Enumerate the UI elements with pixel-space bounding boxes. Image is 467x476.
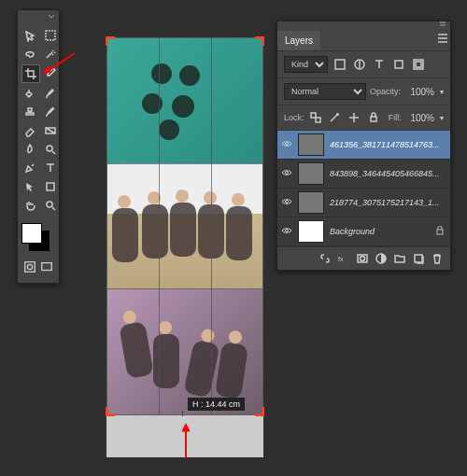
gradient-tool[interactable]: [42, 122, 59, 139]
collapse-icon: [439, 21, 446, 29]
new-layer-icon[interactable]: [411, 252, 426, 265]
annotation-arrow-up: [179, 422, 192, 459]
layers-tab[interactable]: Layers: [277, 31, 320, 50]
dodge-tool[interactable]: [42, 141, 59, 158]
opacity-value[interactable]: 100%: [404, 87, 434, 97]
svg-point-4: [47, 202, 52, 207]
lock-pixels-icon[interactable]: [327, 110, 343, 125]
quickmask-toggle[interactable]: [21, 259, 38, 275]
svg-marker-9: [43, 66, 50, 74]
svg-rect-19: [371, 117, 376, 121]
layer-name: 843898_346445405466845...: [330, 169, 446, 178]
layer-fx-icon[interactable]: fx: [336, 252, 351, 265]
layer-mask-icon[interactable]: [355, 252, 370, 265]
blend-mode-select[interactable]: Normal: [284, 83, 366, 100]
visibility-toggle-icon[interactable]: [281, 138, 294, 151]
crop-tool[interactable]: [21, 64, 40, 83]
svg-rect-12: [335, 60, 345, 69]
collapse-icon: [48, 14, 55, 21]
layer-group-icon[interactable]: [392, 252, 407, 265]
blur-tool[interactable]: [21, 141, 38, 158]
layer-name: 218774_307517521714­3_1...: [330, 198, 446, 207]
svg-point-2: [47, 146, 52, 151]
layer-row[interactable]: 461356_381711478514763...: [277, 131, 450, 160]
layer-thumbnail[interactable]: [298, 133, 324, 156]
hand-tool[interactable]: [21, 197, 38, 214]
document-canvas[interactable]: H : 14.44 cm ↕: [106, 37, 263, 457]
layer-name: Background: [330, 227, 435, 236]
screenmode-toggle[interactable]: [38, 259, 55, 275]
lock-icon: [435, 226, 446, 237]
visibility-toggle-icon[interactable]: [281, 225, 294, 238]
filter-type-icon[interactable]: [371, 57, 387, 72]
filter-adjust-icon[interactable]: [351, 57, 367, 72]
lock-all-icon[interactable]: [365, 110, 381, 125]
layer-row[interactable]: 218774_307517521714­3_1...: [277, 189, 450, 217]
eraser-tool[interactable]: [21, 122, 38, 139]
svg-rect-18: [316, 118, 320, 122]
svg-point-6: [27, 264, 32, 269]
crop-handle-bl[interactable]: [106, 405, 117, 416]
brush-tool[interactable]: [42, 85, 59, 102]
crop-handle-tr[interactable]: [253, 36, 264, 48]
svg-point-20: [286, 143, 289, 146]
zoom-tool[interactable]: [42, 197, 59, 214]
annotation-arrow-crop: [41, 51, 77, 76]
svg-point-21: [286, 172, 289, 175]
crop-overlay[interactable]: [106, 37, 263, 415]
delete-layer-icon[interactable]: [430, 252, 445, 265]
svg-rect-14: [395, 61, 403, 68]
layer-thumbnail[interactable]: [298, 191, 324, 214]
history-brush-tool[interactable]: [42, 104, 59, 120]
filter-pixel-icon[interactable]: [332, 57, 347, 72]
svg-line-8: [47, 53, 75, 72]
svg-point-22: [286, 201, 289, 203]
svg-rect-16: [416, 62, 421, 67]
svg-rect-29: [415, 255, 422, 262]
healing-tool[interactable]: [21, 85, 38, 102]
svg-point-27: [361, 257, 365, 261]
lock-label: Lock:: [284, 113, 304, 122]
foreground-color[interactable]: [21, 223, 42, 244]
link-layers-icon[interactable]: [318, 252, 333, 265]
lock-position-icon[interactable]: [347, 110, 362, 125]
svg-rect-7: [42, 263, 52, 271]
lock-transparent-icon[interactable]: [308, 110, 324, 125]
layer-list: 461356_381711478514763...843898_34644540…: [277, 131, 450, 246]
crop-handle-tl[interactable]: [106, 36, 117, 48]
adjustment-layer-icon[interactable]: [374, 252, 389, 265]
visibility-toggle-icon[interactable]: [281, 167, 294, 180]
shape-tool[interactable]: [42, 178, 59, 195]
stamp-tool[interactable]: [21, 104, 38, 120]
layer-row[interactable]: 843898_346445405466845...: [277, 160, 450, 189]
filter-smart-icon[interactable]: [410, 57, 426, 72]
layer-name: 461356_381711478514763...: [330, 140, 446, 149]
svg-rect-0: [46, 31, 55, 40]
toolbox-header[interactable]: [18, 14, 59, 23]
lasso-tool[interactable]: [21, 46, 38, 63]
crop-handle-br[interactable]: [253, 405, 264, 416]
layer-filter-select[interactable]: Kind: [284, 56, 328, 73]
type-tool[interactable]: [42, 160, 59, 176]
path-select-tool[interactable]: [21, 178, 38, 195]
svg-point-23: [286, 230, 289, 232]
layer-row[interactable]: Background: [277, 217, 450, 246]
layers-panel: Layers Kind Normal Opacity: 100%▾ Lock: …: [276, 21, 451, 271]
filter-shape-icon[interactable]: [390, 57, 406, 72]
fill-value[interactable]: 100%: [405, 113, 434, 123]
marquee-tool[interactable]: [42, 27, 59, 44]
visibility-toggle-icon[interactable]: [281, 196, 294, 209]
svg-rect-5: [25, 262, 35, 273]
layers-footer: fx: [277, 246, 450, 270]
move-tool[interactable]: [21, 27, 38, 44]
crop-dimension-tooltip: H : 14.44 cm: [188, 398, 245, 411]
layer-thumbnail[interactable]: [298, 162, 324, 185]
panel-menu-icon[interactable]: [434, 31, 450, 46]
layer-thumbnail[interactable]: [298, 220, 324, 243]
panel-header[interactable]: [277, 21, 450, 31]
fill-label: Fill:: [389, 113, 402, 122]
color-swatches[interactable]: [21, 223, 55, 253]
pen-tool[interactable]: [21, 160, 38, 176]
crop-drag-handle-icon[interactable]: ↕: [180, 408, 185, 418]
svg-marker-11: [182, 424, 190, 431]
